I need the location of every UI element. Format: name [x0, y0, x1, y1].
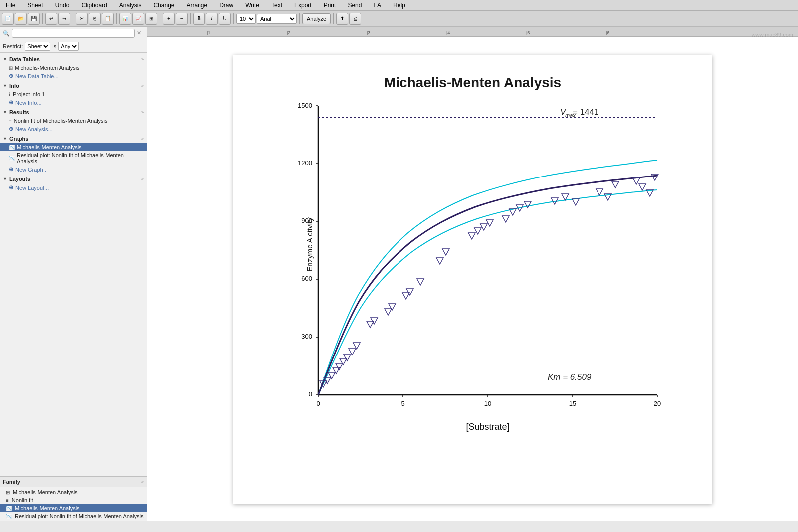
menu-print[interactable]: Print: [322, 1, 338, 10]
new-button[interactable]: 📄: [2, 13, 14, 25]
content-area: |1 |2 |3 |4 |5 |6 Michaelis-Menten Analy…: [147, 27, 798, 521]
menu-help[interactable]: Help: [391, 1, 407, 10]
menu-send[interactable]: Send: [346, 1, 364, 10]
undo-button[interactable]: ↩: [45, 13, 57, 25]
svg-text:0: 0: [316, 400, 320, 407]
nav-section-results-header[interactable]: ▼ Results »: [0, 108, 147, 117]
svg-marker-61: [651, 174, 658, 180]
nav-item-residual-graph[interactable]: 📉 Residual plot: Nonlin fit of Michaelis…: [0, 151, 147, 165]
bold-btn[interactable]: B: [193, 13, 205, 25]
nav-section-graphs-header[interactable]: ▼ Graphs »: [0, 134, 147, 143]
open-button[interactable]: 📂: [15, 13, 27, 25]
nav-add-data-table[interactable]: ⊕ New Data Table...: [0, 72, 147, 80]
menu-la[interactable]: LA: [372, 1, 383, 10]
redo-button[interactable]: ↪: [58, 13, 70, 25]
search-input[interactable]: [12, 29, 135, 38]
watermark: www.mac89.com: [752, 32, 793, 38]
sheet-filter-select[interactable]: Sheet: [25, 42, 50, 51]
menu-text[interactable]: Text: [269, 1, 284, 10]
svg-marker-40: [406, 289, 413, 295]
save-button[interactable]: 💾: [28, 13, 40, 25]
separator-2: [73, 13, 73, 24]
menu-arrange[interactable]: Arrange: [185, 1, 210, 10]
new-info-label: New Info...: [15, 100, 42, 106]
underline-btn[interactable]: U: [219, 13, 231, 25]
family-label: Family: [3, 479, 20, 485]
analyze-icon-btn[interactable]: 📊: [119, 13, 131, 25]
nav-item-michaelis-graph[interactable]: 📉 Michaelis-Menten Analysis: [0, 143, 147, 151]
svg-marker-57: [612, 181, 619, 188]
family-item-residual-label: Residual plot: Nonlin fit of Michaelis-M…: [15, 513, 143, 519]
svg-marker-44: [468, 233, 475, 239]
zoom-out-btn[interactable]: −: [176, 13, 188, 25]
chart-container: Enzyme A ctivity: [278, 101, 667, 450]
nav-item-project-info[interactable]: ℹ Project info 1: [0, 90, 147, 98]
nav-add-analysis[interactable]: ⊕ New Analysis...: [0, 125, 147, 133]
svg-marker-31: [340, 358, 347, 365]
svg-text:10: 10: [484, 400, 491, 407]
nav-item-michaelis-table[interactable]: ⊞ Michaelis-Menten Analysis: [0, 64, 147, 72]
family-item-graph-selected[interactable]: 📉 Michaelis-Menten Analysis: [0, 504, 147, 512]
separator-6: [233, 13, 234, 24]
menu-file[interactable]: File: [4, 1, 17, 10]
plus-icon: ⊕: [9, 73, 13, 79]
clear-search-button[interactable]: ✕: [137, 30, 144, 37]
menu-export[interactable]: Export: [292, 1, 314, 10]
collapse-triangle-data-tables: ▼: [3, 57, 7, 62]
is-label: is: [52, 43, 56, 49]
nav-add-layout[interactable]: ⊕ New Layout...: [0, 183, 147, 192]
cut-button[interactable]: ✂: [76, 13, 88, 25]
svg-text:0: 0: [308, 390, 312, 398]
data-tables-expand-icon: »: [141, 57, 144, 62]
nav-item-nonlin-results[interactable]: ≡ Nonlin fit of Michaelis-Menten Analysi…: [0, 117, 147, 125]
separator-7: [299, 13, 300, 24]
nav-section-info-header[interactable]: ▼ Info »: [0, 81, 147, 90]
plus-icon-analysis: ⊕: [9, 126, 13, 132]
zoom-in-btn[interactable]: +: [163, 13, 175, 25]
nav-section-layouts: ▼ Layouts » ⊕ New Layout...: [0, 175, 147, 192]
layout-btn[interactable]: ⊞: [145, 13, 157, 25]
copy-button[interactable]: ⎘: [89, 13, 101, 25]
svg-marker-35: [367, 321, 374, 328]
menu-clipboard[interactable]: Clipboard: [79, 1, 109, 10]
menu-undo[interactable]: Undo: [53, 1, 72, 10]
nav-add-graph[interactable]: ⊕ New Graph .: [0, 165, 147, 174]
menu-draw[interactable]: Draw: [217, 1, 235, 10]
svg-text:1500: 1500: [298, 102, 312, 109]
italic-btn[interactable]: I: [206, 13, 218, 25]
results-section-label: Results: [9, 109, 29, 115]
nav-item-michaelis-table-label: Michaelis-Menten Analysis: [15, 65, 144, 71]
family-header[interactable]: Family »: [0, 477, 147, 487]
svg-text:5: 5: [401, 400, 404, 407]
nav-section-layouts-header[interactable]: ▼ Layouts »: [0, 175, 147, 183]
paste-button[interactable]: 📋: [102, 13, 114, 25]
graph-btn[interactable]: 📈: [132, 13, 144, 25]
analyze-button[interactable]: Analyze: [302, 13, 331, 24]
family-section: Family » ⊞ Michaelis-Menten Analysis ≡ N…: [0, 476, 147, 521]
nav-add-info[interactable]: ⊕ New Info...: [0, 98, 147, 107]
print-btn[interactable]: 🖨: [349, 13, 361, 25]
nav-section-data-tables-header[interactable]: ▼ Data Tables »: [0, 55, 147, 64]
any-filter-select[interactable]: Any: [58, 42, 79, 51]
family-item-nonlin[interactable]: ≡ Nonlin fit: [0, 496, 147, 504]
svg-text:15: 15: [569, 400, 576, 407]
graph-icon-1: 📉: [9, 145, 15, 150]
menu-analysis[interactable]: Analysis: [117, 1, 144, 10]
font-name-select[interactable]: Arial: [257, 14, 297, 24]
layouts-expand-icon: »: [141, 177, 144, 181]
family-expand-icon: »: [141, 479, 144, 484]
svg-marker-48: [502, 216, 509, 222]
menu-sheet[interactable]: Sheet: [25, 1, 45, 10]
svg-marker-58: [633, 178, 640, 184]
export-btn[interactable]: ⬆: [336, 13, 348, 25]
nav-item-michaelis-graph-label: Michaelis-Menten Analysis: [17, 144, 144, 150]
family-item-table[interactable]: ⊞ Michaelis-Menten Analysis: [0, 488, 147, 496]
family-item-residual[interactable]: 📉 Residual plot: Nonlin fit of Michaelis…: [0, 512, 147, 520]
font-size-select[interactable]: 101214: [236, 14, 256, 24]
ruler-top: |1 |2 |3 |4 |5 |6: [147, 27, 798, 37]
menu-change[interactable]: Change: [151, 1, 176, 10]
sidebar-nav: ▼ Data Tables » ⊞ Michaelis-Menten Analy…: [0, 53, 147, 476]
svg-marker-28: [328, 372, 335, 379]
page-canvas: Michaelis-Menten Analysis Enzyme A ctivi…: [233, 55, 712, 504]
menu-write[interactable]: Write: [243, 1, 261, 10]
